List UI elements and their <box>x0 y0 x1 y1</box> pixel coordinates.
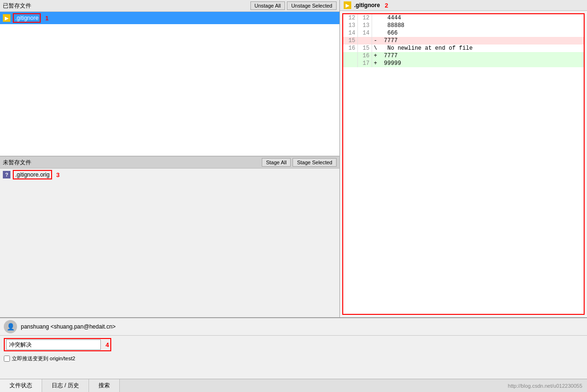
unstaged-header: 未暂存文件 Stage All Stage Selected <box>0 156 339 169</box>
unstaged-file-item[interactable]: ? .gitignore.orig 3 <box>0 169 339 181</box>
diff-line-content: + 99999 <box>372 60 584 67</box>
unstaged-annotation-3: 3 <box>56 171 60 178</box>
file-icon-yellow: ▶ <box>3 14 10 22</box>
commit-message-box: 4 <box>4 338 111 351</box>
diff-right-num: 12 <box>357 14 372 22</box>
diff-header: ▶ .gitignore 2 <box>340 0 587 11</box>
staged-annotation-1: 1 <box>45 15 48 22</box>
staged-file-name-box: .gitignore <box>13 13 41 23</box>
staged-section: 已暂存文件 Unstage All Unstage Selected ▶ .gi… <box>0 0 339 156</box>
diff-line-content: 666 <box>372 29 584 37</box>
unstaged-buttons: Stage All Stage Selected <box>262 158 337 167</box>
push-option-label[interactable]: 立即推送变更到 origin/test2 <box>4 355 75 362</box>
diff-content-box: 1212 44441313 888881414 66615- 77771615\… <box>342 13 585 315</box>
commit-options: 立即推送变更到 origin/test2 <box>0 354 587 364</box>
diff-left-num <box>343 60 357 67</box>
unstaged-title: 未暂存文件 <box>3 159 31 167</box>
diff-right-num <box>357 37 372 45</box>
commit-input-area: 4 <box>0 336 587 354</box>
diff-annotation-2: 2 <box>385 2 388 9</box>
staged-file-name: .gitignore <box>15 15 38 21</box>
diff-file-icon: ▶ <box>344 1 351 9</box>
tab-log-history[interactable]: 日志 / 历史 <box>42 379 89 392</box>
diff-line-content: + 7777 <box>372 52 584 60</box>
diff-line: 17+ 99999 <box>343 60 584 67</box>
staged-header: 已暂存文件 Unstage All Unstage Selected <box>0 0 339 12</box>
file-icon-question: ? <box>3 171 10 178</box>
diff-left-num: 13 <box>343 22 357 29</box>
right-panel: ▶ .gitignore 2 1212 44441313 888881414 6… <box>340 0 587 317</box>
staged-title: 已暂存文件 <box>3 2 31 10</box>
commit-user-bar: 👤 panshuang <shuang.pan@hedait.cn> <box>0 318 587 336</box>
diff-line-content: 88888 <box>372 22 584 29</box>
staged-file-list: ▶ .gitignore 1 <box>0 12 339 156</box>
diff-left-num <box>343 52 357 60</box>
diff-left-num: 15 <box>343 37 357 45</box>
diff-line-content: 4444 <box>372 14 584 22</box>
stage-selected-button[interactable]: Stage Selected <box>293 158 337 167</box>
diff-right-num: 13 <box>357 22 372 29</box>
diff-right-num: 15 <box>357 45 372 52</box>
user-avatar: 👤 <box>4 320 17 333</box>
stage-all-button[interactable]: Stage All <box>262 158 291 167</box>
watermark: http://blog.csdn.net/u012230055 <box>508 379 587 392</box>
unstaged-file-name-box: .gitignore.orig <box>13 170 52 179</box>
diff-line-content: - 7777 <box>372 37 584 45</box>
push-option-text: 立即推送变更到 origin/test2 <box>12 355 75 362</box>
diff-line: 1212 4444 <box>343 14 584 22</box>
diff-left-num: 14 <box>343 29 357 37</box>
diff-table: 1212 44441313 888881414 66615- 77771615\… <box>343 14 584 67</box>
diff-line: 1615\ No newline at end of file <box>343 45 584 52</box>
tab-search[interactable]: 搜索 <box>89 379 120 392</box>
commit-area: 👤 panshuang <shuang.pan@hedait.cn> 4 立即推… <box>0 317 587 379</box>
unstage-all-button[interactable]: Unstage All <box>250 1 285 10</box>
diff-line: 1414 666 <box>343 29 584 37</box>
tab-bar: 文件状态 日志 / 历史 搜索 http://blog.csdn.net/u01… <box>0 379 587 392</box>
unstaged-file-list: ? .gitignore.orig 3 <box>0 169 339 317</box>
diff-line: 15- 7777 <box>343 37 584 45</box>
unstage-selected-button[interactable]: Unstage Selected <box>287 1 337 10</box>
diff-right-num: 16 <box>357 52 372 60</box>
diff-line: 1313 88888 <box>343 22 584 29</box>
diff-line: 16+ 7777 <box>343 52 584 60</box>
unstaged-file-name: .gitignore.orig <box>15 171 50 178</box>
user-email: panshuang <shuang.pan@hedait.cn> <box>21 323 116 330</box>
commit-annotation-4: 4 <box>106 341 109 348</box>
staged-buttons: Unstage All Unstage Selected <box>250 1 337 10</box>
tab-file-status[interactable]: 文件状态 <box>0 379 42 392</box>
diff-right-num: 14 <box>357 29 372 37</box>
tab-file-status-label: 文件状态 <box>9 382 32 390</box>
diff-left-num: 16 <box>343 45 357 52</box>
commit-message-input[interactable] <box>6 339 101 350</box>
left-panel: 已暂存文件 Unstage All Unstage Selected ▶ .gi… <box>0 0 340 317</box>
staged-file-item[interactable]: ▶ .gitignore 1 <box>0 12 339 24</box>
push-checkbox[interactable] <box>4 356 10 362</box>
diff-filename: .gitignore <box>354 2 380 9</box>
tab-log-label: 日志 / 历史 <box>52 382 79 390</box>
diff-right-num: 17 <box>357 60 372 67</box>
diff-left-num: 12 <box>343 14 357 22</box>
main-area: 已暂存文件 Unstage All Unstage Selected ▶ .gi… <box>0 0 587 317</box>
unstaged-section: 未暂存文件 Stage All Stage Selected ? .gitign… <box>0 156 339 317</box>
diff-line-content: \ No newline at end of file <box>372 45 584 52</box>
tab-search-label: 搜索 <box>98 382 110 390</box>
